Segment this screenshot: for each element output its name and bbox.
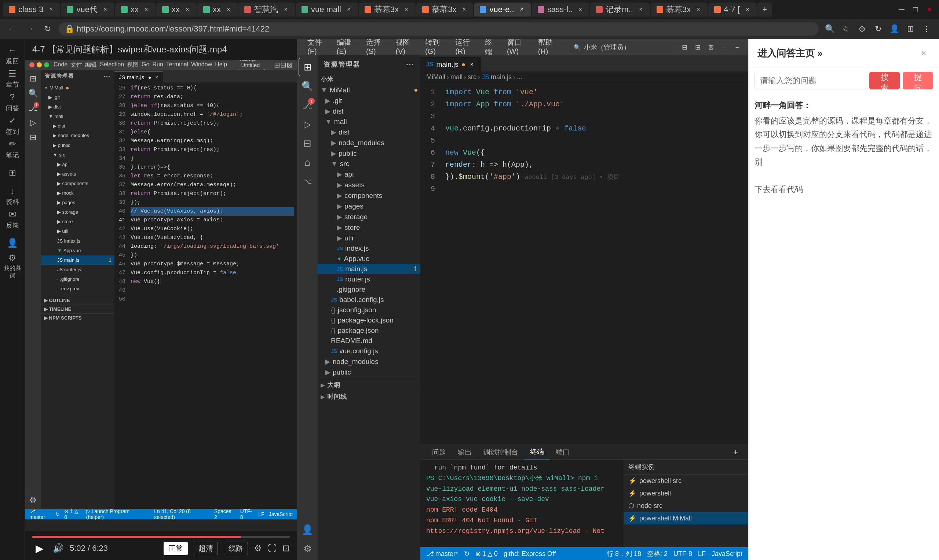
mini-tree-node[interactable]: ▶ node_modules: [41, 131, 114, 140]
outline-section-header[interactable]: ▶ 大纲: [318, 379, 420, 391]
activity-debug[interactable]: ▷: [299, 115, 316, 133]
mini-menu-go[interactable]: Go: [142, 61, 149, 69]
close-vscode-button[interactable]: −: [732, 42, 742, 52]
mini-menu-help[interactable]: Help: [215, 61, 227, 69]
sidebar-item-notes[interactable]: ✏ 笔记: [2, 139, 23, 159]
mini-npm-section[interactable]: ▶ NPM SCRIPTS: [41, 313, 114, 322]
mini-menu-view[interactable]: 视图: [127, 61, 139, 69]
tree-assets[interactable]: ▶ assets: [318, 180, 420, 190]
layout-icon-1[interactable]: ⊟: [679, 42, 689, 52]
tab-xx2[interactable]: xx ×: [156, 3, 197, 17]
layout-icon-2[interactable]: ⊞: [692, 42, 703, 52]
tab-47[interactable]: 4-7 [ ×: [708, 3, 757, 17]
mini-tree-envprev[interactable]: · .env.prev: [41, 284, 114, 294]
tab-close-mumu3[interactable]: ×: [695, 6, 702, 13]
mini-tree-public[interactable]: ▶ public: [41, 141, 114, 150]
tree-mall-dist[interactable]: ▶ dist: [318, 127, 420, 137]
mini-tree-storage[interactable]: ▶ storage: [41, 208, 114, 217]
play-button[interactable]: ▶: [32, 541, 47, 555]
tree-mall-public[interactable]: ▶ public: [318, 148, 420, 159]
mini-tab-mainjs-close[interactable]: ×: [155, 74, 159, 80]
tab-close-mall[interactable]: ×: [345, 6, 352, 13]
video-screen[interactable]: Code 文件 编辑 Selection 视图 Go Run Terminal …: [25, 60, 297, 531]
mini-tree-dist2[interactable]: ▶ dist: [41, 121, 114, 131]
tab-mumu3[interactable]: 慕幕3x ×: [651, 3, 708, 17]
activity-remote[interactable]: ⌂: [299, 154, 316, 171]
mini-tree-util[interactable]: ▶ util: [41, 226, 114, 236]
sidebar-item-my-mooc[interactable]: ⚙ 我的慕课: [2, 256, 23, 277]
qa-close-button[interactable]: ×: [917, 46, 930, 60]
tab-mall[interactable]: vue mall ×: [296, 3, 358, 17]
tree-api[interactable]: ▶ api: [318, 169, 420, 180]
vscode-search-bar[interactable]: 🔍 小米（管理员）: [569, 42, 672, 53]
tab-xx1[interactable]: xx ×: [115, 3, 156, 17]
address-bar[interactable]: 🔒 https://coding.imooc.com/lesson/397.ht…: [59, 22, 819, 35]
mini-tree-api[interactable]: ▶ api: [41, 160, 114, 169]
breadcrumb-mall[interactable]: mall: [450, 73, 463, 81]
status-spaces[interactable]: 空格: 2: [647, 549, 668, 558]
mini-tree-store[interactable]: ▶ store: [41, 217, 114, 226]
status-sync[interactable]: ↻: [464, 550, 470, 558]
tab-class[interactable]: class 3 ×: [3, 3, 60, 17]
forward-button[interactable]: →: [23, 22, 37, 35]
explorer-menu-icon[interactable]: ⋯: [103, 72, 111, 80]
bottom-tab-problems[interactable]: 问题: [426, 445, 452, 460]
bottom-tab-debug[interactable]: 调试控制台: [478, 445, 524, 460]
terminal-instance-3[interactable]: ⬡ node src: [624, 500, 748, 512]
bottom-tab-terminal[interactable]: 终端: [524, 445, 550, 460]
tree-mall-src[interactable]: ▼ src: [318, 159, 420, 169]
mini-tree-mall[interactable]: ▼ mall: [41, 112, 114, 121]
breadcrumb-mimall[interactable]: MiMall: [426, 73, 445, 81]
tree-indexjs[interactable]: JS index.js: [318, 243, 420, 254]
minimize-button[interactable]: ─: [895, 3, 908, 16]
tab-close-imooc[interactable]: ×: [282, 6, 289, 13]
tab-vue1[interactable]: vue代 ×: [61, 3, 114, 17]
breadcrumb-src[interactable]: src: [468, 73, 476, 81]
layout-icon-3[interactable]: ⊠: [706, 42, 716, 52]
tree-readme[interactable]: README.md: [318, 336, 420, 346]
mini-timeline-section[interactable]: ▶ TIMELINE: [41, 305, 114, 313]
mini-explorer-icon[interactable]: ⊞: [26, 72, 40, 85]
tree-mall-folder[interactable]: ▼ mall: [318, 117, 420, 127]
mini-tree-components[interactable]: ▶ components: [41, 179, 114, 188]
tree-public-root[interactable]: ▶ public: [318, 367, 420, 377]
tab-sass[interactable]: sass-l.. ×: [532, 3, 590, 17]
tab-imooc[interactable]: 智慧汽 ×: [238, 3, 295, 17]
timeline-section-header[interactable]: ▶ 时间线: [318, 391, 420, 402]
zoom-icon[interactable]: 🔍: [823, 22, 836, 35]
qa-ask-button[interactable]: 提问: [903, 72, 933, 89]
tab-close-vueele[interactable]: ×: [519, 6, 525, 13]
mini-tree-appvue[interactable]: ▼ App.vue: [41, 246, 114, 255]
quality-hd-button[interactable]: 超清: [194, 542, 218, 555]
tree-mall-node[interactable]: ▶ node_modules: [318, 137, 420, 148]
tree-storage[interactable]: ▶ storage: [318, 211, 420, 222]
activity-accounts[interactable]: 👤: [299, 521, 316, 538]
mini-menu-selection[interactable]: Selection: [100, 61, 124, 69]
tree-appvue[interactable]: ▼ App.vue: [318, 254, 420, 264]
terminal-instance-2[interactable]: ⚡ powershell: [624, 487, 748, 500]
progress-bar[interactable]: [32, 536, 290, 538]
editor-tab-mainjs-close[interactable]: ×: [469, 61, 475, 68]
maximize-button[interactable]: □: [909, 3, 922, 16]
mini-source-control-icon[interactable]: ⎇ 1: [26, 102, 40, 115]
sidebar-item-profile[interactable]: 👤: [2, 233, 23, 253]
tab-mumu2[interactable]: 慕幕3x ×: [416, 3, 473, 17]
mini-tree-indexjs[interactable]: JS index.js: [41, 236, 114, 246]
tab-close-vue1[interactable]: ×: [102, 6, 109, 13]
activity-search[interactable]: 🔍: [299, 77, 316, 95]
tree-packagelock[interactable]: {} package-lock.json: [318, 315, 420, 325]
tab-close-class[interactable]: ×: [48, 6, 54, 13]
mini-tree-dist[interactable]: ▶ dist: [41, 102, 114, 112]
tab-mumu1[interactable]: 慕幕3x ×: [359, 3, 416, 17]
mini-menu-run[interactable]: Run: [152, 61, 163, 69]
tree-gitignore[interactable]: .gitignore: [318, 285, 420, 295]
new-tab-button[interactable]: +: [757, 3, 772, 17]
layout-icon-4[interactable]: ⋮: [719, 42, 729, 52]
tab-close-sass[interactable]: ×: [577, 6, 584, 13]
sidebar-item-qa[interactable]: ? 问答: [2, 92, 23, 112]
activity-source-control[interactable]: ⎇ 1: [299, 96, 316, 114]
tab-close-xx1[interactable]: ×: [143, 6, 150, 13]
tab-close-xx2[interactable]: ×: [184, 6, 191, 13]
status-errors[interactable]: ⊗ 1 △ 0: [475, 550, 498, 558]
tree-components[interactable]: ▶ components: [318, 190, 420, 201]
